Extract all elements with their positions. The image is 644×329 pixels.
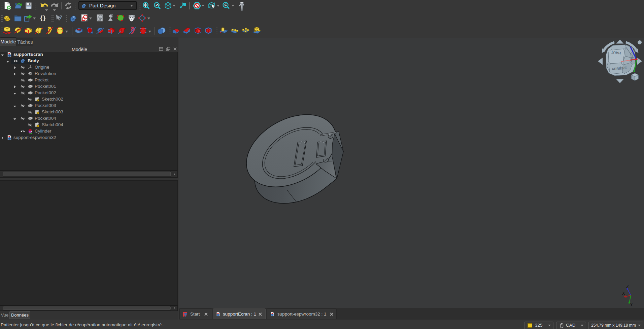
svg-text:?: ? [59,14,62,20]
svg-text:X: X [622,291,625,296]
svg-text:Y: Y [630,302,633,307]
svg-text:Z: Z [626,284,629,289]
